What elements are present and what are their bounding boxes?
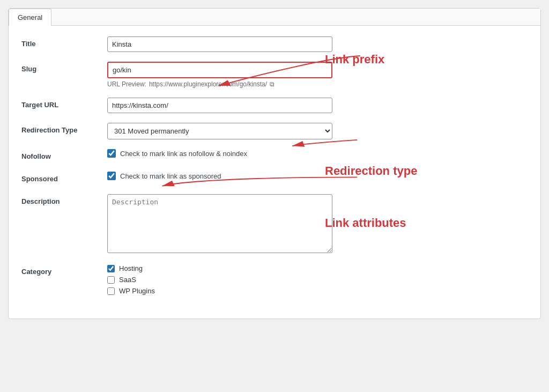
description-control-wrap	[107, 194, 332, 255]
category-wpplugins-label: WP Plugins	[119, 287, 155, 295]
settings-panel: General Title Slug URL Preview: https://…	[8, 8, 541, 319]
category-saas-checkbox[interactable]	[107, 276, 115, 284]
target-url-control-wrap	[107, 98, 332, 113]
sponsored-checkbox-row: Check to mark link as sponsored	[107, 172, 332, 180]
category-hosting-label: Hosting	[119, 264, 143, 272]
nofollow-label: Nofollow	[21, 149, 107, 160]
category-control-wrap: Hosting SaaS WP Plugins	[107, 264, 332, 298]
tabs-bar: General	[9, 9, 540, 26]
title-row: Title	[21, 36, 528, 52]
slug-control-wrap: URL Preview: https://www.pluginexplorer.…	[107, 62, 332, 88]
url-preview-label: URL Preview:	[107, 80, 146, 88]
category-label: Category	[21, 264, 107, 276]
copy-icon[interactable]: ⧉	[270, 80, 274, 88]
nofollow-checkbox-row: Check to mark link as nofollow & noindex	[107, 149, 332, 158]
redirection-type-row: Redirection Type 301 Moved permanently 3…	[21, 123, 528, 139]
category-saas-label: SaaS	[119, 276, 136, 284]
slug-input[interactable]	[107, 62, 332, 78]
category-wpplugins-row: WP Plugins	[107, 287, 332, 295]
sponsored-checkbox[interactable]	[107, 172, 116, 180]
category-row: Category Hosting SaaS WP Plugins	[21, 264, 528, 298]
target-url-row: Target URL	[21, 98, 528, 113]
redirection-type-label: Redirection Type	[21, 123, 107, 134]
title-input[interactable]	[107, 36, 332, 52]
nofollow-row: Nofollow Check to mark link as nofollow …	[21, 149, 528, 162]
slug-label: Slug	[21, 62, 107, 73]
title-label: Title	[21, 36, 107, 48]
redirection-type-select[interactable]: 301 Moved permanently 302 Found 307 Temp…	[107, 123, 332, 139]
sponsored-label: Sponsored	[21, 172, 107, 183]
category-saas-row: SaaS	[107, 276, 332, 284]
title-control-wrap	[107, 36, 332, 52]
category-wpplugins-checkbox[interactable]	[107, 287, 115, 295]
description-label: Description	[21, 194, 107, 205]
slug-row: Slug URL Preview: https://www.pluginexpl…	[21, 62, 528, 88]
url-preview: URL Preview: https://www.pluginexplorer.…	[107, 80, 332, 88]
description-textarea[interactable]	[107, 194, 332, 253]
tab-general[interactable]: General	[9, 9, 51, 26]
nofollow-control-wrap: Check to mark link as nofollow & noindex	[107, 149, 332, 162]
nofollow-checkbox[interactable]	[107, 149, 116, 158]
target-url-input[interactable]	[107, 98, 332, 113]
sponsored-control-wrap: Check to mark link as sponsored	[107, 172, 332, 184]
form-body: Title Slug URL Preview: https://www.plug…	[9, 26, 540, 319]
nofollow-checkbox-label: Check to mark link as nofollow & noindex	[120, 150, 247, 158]
category-hosting-checkbox[interactable]	[107, 265, 115, 272]
url-preview-value: https://www.pluginexplorer.com/go/kinsta…	[149, 80, 267, 88]
target-url-label: Target URL	[21, 98, 107, 109]
redirection-type-control-wrap: 301 Moved permanently 302 Found 307 Temp…	[107, 123, 332, 139]
category-hosting-row: Hosting	[107, 264, 332, 272]
description-row: Description	[21, 194, 528, 255]
sponsored-row: Sponsored Check to mark link as sponsore…	[21, 172, 528, 184]
sponsored-checkbox-label: Check to mark link as sponsored	[120, 172, 221, 180]
